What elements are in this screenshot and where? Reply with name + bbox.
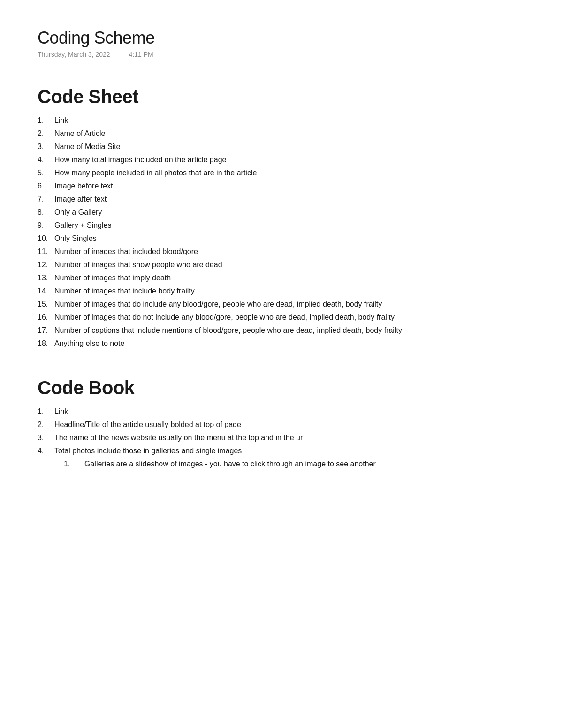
list-item: Number of images that include body frail… <box>38 285 525 297</box>
list-item: Headline/Title of the article usually bo… <box>38 419 525 430</box>
item-text: Link <box>54 115 525 126</box>
list-item: The name of the news website usually on … <box>38 432 525 443</box>
item-text: Number of images that show people who ar… <box>54 259 525 270</box>
item-text: Only Singles <box>54 233 525 244</box>
list-item: Only a Gallery <box>38 207 525 218</box>
code-book-list: LinkHeadline/Title of the article usuall… <box>38 406 525 472</box>
code-book-title: Code Book <box>38 377 525 398</box>
code-sheet-section: Code Sheet LinkName of ArticleName of Me… <box>38 86 525 349</box>
list-item: Name of Media Site <box>38 141 525 152</box>
code-sheet-title: Code Sheet <box>38 86 525 107</box>
list-item: Number of images that do include any blo… <box>38 299 525 310</box>
list-item: Gallery + Singles <box>38 220 525 231</box>
item-text: How many people included in all photos t… <box>54 167 525 179</box>
item-text: Number of images that imply death <box>54 272 525 284</box>
list-item: Number of images that do not include any… <box>38 312 525 323</box>
item-text: Name of Media Site <box>54 141 525 152</box>
list-item: Image before text <box>38 180 525 192</box>
item-text: Number of images that included blood/gor… <box>54 246 525 257</box>
sub-item-text: Galleries are a slideshow of images - yo… <box>84 458 376 470</box>
list-item: Name of Article <box>38 128 525 139</box>
list-item: How many people included in all photos t… <box>38 167 525 179</box>
item-text: Total photos include those in galleries … <box>54 447 242 455</box>
item-text: Number of images that do include any blo… <box>54 299 525 310</box>
item-text: How many total images included on the ar… <box>54 154 525 165</box>
document-date: Thursday, March 3, 2022 <box>38 51 110 58</box>
list-item: Only Singles <box>38 233 525 244</box>
item-with-sublist: Total photos include those in galleries … <box>54 445 376 472</box>
item-text: Number of images that include body frail… <box>54 285 525 297</box>
document-meta: Thursday, March 3, 2022 4:11 PM <box>38 51 525 58</box>
list-item: Number of images that imply death <box>38 272 525 284</box>
item-text: Image after text <box>54 194 525 205</box>
item-text: Link <box>54 406 525 417</box>
code-book-section: Code Book LinkHeadline/Title of the arti… <box>38 377 525 472</box>
item-text: Gallery + Singles <box>54 220 525 231</box>
item-text: Name of Article <box>54 128 525 139</box>
item-text: Number of captions that include mentions… <box>54 325 525 336</box>
item-text: Only a Gallery <box>54 207 525 218</box>
item-text: Headline/Title of the article usually bo… <box>54 419 525 430</box>
document-time: 4:11 PM <box>129 51 153 58</box>
list-item: Image after text <box>38 194 525 205</box>
code-sheet-list: LinkName of ArticleName of Media SiteHow… <box>38 115 525 349</box>
item-text: Anything else to note <box>54 338 525 349</box>
list-item: Number of images that included blood/gor… <box>38 246 525 257</box>
list-item: Link <box>38 115 525 126</box>
list-item: Link <box>38 406 525 417</box>
list-item: Anything else to note <box>38 338 525 349</box>
item-text: Number of images that do not include any… <box>54 312 525 323</box>
sub-list-item: Galleries are a slideshow of images - yo… <box>54 458 376 470</box>
list-item: Total photos include those in galleries … <box>38 445 525 472</box>
list-item: How many total images included on the ar… <box>38 154 525 165</box>
list-item: Number of captions that include mentions… <box>38 325 525 336</box>
item-text: The name of the news website usually on … <box>54 432 525 443</box>
sub-list: Galleries are a slideshow of images - yo… <box>54 458 376 470</box>
document-title: Coding Scheme <box>38 28 525 48</box>
list-item: Number of images that show people who ar… <box>38 259 525 270</box>
item-text: Image before text <box>54 180 525 192</box>
